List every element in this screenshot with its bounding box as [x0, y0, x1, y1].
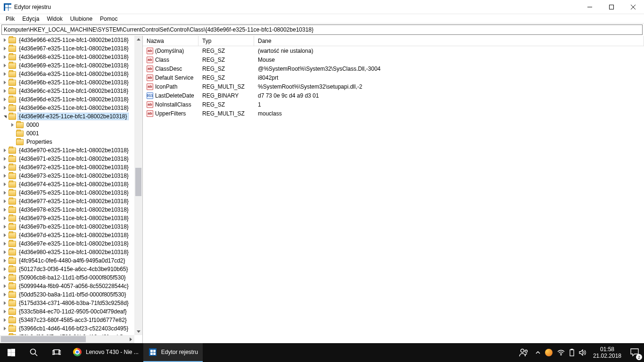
tree-item[interactable]: {4d36e974-e325-11ce-bfc1-08002be10318} [0, 180, 134, 189]
chevron-right-icon[interactable] [2, 275, 8, 280]
action-center-button[interactable]: 2 [625, 343, 644, 362]
value-row[interactable]: abDefault ServiceREG_SZi8042prt [143, 73, 644, 82]
tree-item[interactable]: 0001 [0, 129, 134, 138]
chevron-right-icon[interactable] [2, 215, 8, 221]
tree-item[interactable]: {4d36e97e-e325-11ce-bfc1-08002be10318} [0, 239, 134, 248]
people-button[interactable] [515, 343, 533, 362]
chevron-right-icon[interactable] [2, 198, 8, 204]
value-row[interactable]: abClassREG_SZMouse [143, 55, 644, 64]
tray-weather-icon[interactable] [545, 349, 553, 356]
chevron-right-icon[interactable] [2, 258, 8, 263]
chevron-right-icon[interactable] [2, 46, 8, 51]
menu-pomoc[interactable]: Pomoc [96, 15, 121, 23]
chevron-right-icon[interactable] [2, 88, 8, 94]
chevron-right-icon[interactable] [2, 326, 8, 331]
chevron-right-icon[interactable] [2, 309, 8, 314]
chevron-right-icon[interactable] [2, 173, 8, 179]
close-button[interactable] [622, 0, 644, 14]
tray-wifi-icon[interactable] [557, 350, 565, 355]
tree-item[interactable]: {4d36e967-e325-11ce-bfc1-08002be10318} [0, 44, 134, 53]
taskbar-clock[interactable]: 01:58 21.02.2018 [589, 346, 625, 359]
menu-ulubione[interactable]: Ulubione [66, 15, 96, 23]
system-tray[interactable] [533, 349, 589, 356]
tree-item[interactable]: {4d36e972-e325-11ce-bfc1-08002be10318} [0, 163, 134, 172]
tree-horizontal-scrollbar[interactable] [0, 335, 134, 343]
chevron-right-icon[interactable] [2, 232, 8, 238]
column-header-name[interactable]: Nazwa [143, 36, 198, 46]
tree-item[interactable]: {4d36e969-e325-11ce-bfc1-08002be10318} [0, 61, 134, 70]
column-header-type[interactable]: Typ [198, 36, 254, 46]
tree-item[interactable]: {4d36e973-e325-11ce-bfc1-08002be10318} [0, 172, 134, 180]
tree-item[interactable]: {53487c23-680f-4585-acc3-1f10d6777e82} [0, 316, 134, 324]
tree-item[interactable]: {4d36e96f-e325-11ce-bfc1-08002be10318} [0, 112, 134, 121]
value-row[interactable]: ab(Domyślna)REG_SZ(wartość nie ustalona) [143, 46, 644, 55]
chevron-right-icon[interactable] [2, 207, 8, 213]
value-row[interactable]: abNoInstallClassREG_SZ1 [143, 100, 644, 109]
tree-item[interactable]: {4d36e97b-e325-11ce-bfc1-08002be10318} [0, 222, 134, 231]
tree-item[interactable]: {533c5b84-ec70-11d2-9505-00c04f79deaf} [0, 307, 134, 316]
tray-battery-icon[interactable] [570, 349, 574, 356]
value-row[interactable]: abClassDescREG_SZ@%SystemRoot%\System32\… [143, 64, 644, 73]
column-header-data[interactable]: Dane [254, 36, 644, 46]
tree-item[interactable]: {5175d334-c371-4806-b3ba-71fd53c9258d} [0, 299, 134, 307]
maximize-button[interactable] [601, 0, 622, 14]
search-button[interactable] [23, 343, 45, 362]
chevron-right-icon[interactable] [2, 156, 8, 162]
chevron-right-icon[interactable] [2, 249, 8, 255]
tree-item[interactable]: {4d36e96d-e325-11ce-bfc1-08002be10318} [0, 95, 134, 104]
tree-item[interactable]: {4fc9541c-0fe6-4480-a4f6-9495a0d17cd2} [0, 256, 134, 265]
tree-item[interactable]: {4d36e979-e325-11ce-bfc1-08002be10318} [0, 214, 134, 222]
chevron-right-icon[interactable] [2, 283, 8, 289]
tree-item[interactable]: {4d36e980-e325-11ce-bfc1-08002be10318} [0, 248, 134, 256]
chevron-right-icon[interactable] [2, 190, 8, 196]
tree-item[interactable]: {4d36e97d-e325-11ce-bfc1-08002be10318} [0, 231, 134, 239]
tree-item[interactable]: {50dd5230-ba8a-11d1-bf5d-0000f805f530} [0, 290, 134, 299]
chevron-right-icon[interactable] [2, 148, 8, 153]
tree-item[interactable]: {50127dc3-0f36-415e-a6cc-4cb3be910b65} [0, 265, 134, 273]
tree-item[interactable]: Properties [0, 138, 134, 146]
menu-edycja[interactable]: Edycja [18, 15, 43, 23]
minimize-button[interactable] [579, 0, 601, 14]
chevron-right-icon[interactable] [2, 80, 8, 85]
tree-item[interactable]: {4d36e96c-e325-11ce-bfc1-08002be10318} [0, 87, 134, 95]
chevron-right-icon[interactable] [2, 63, 8, 68]
value-row[interactable]: 011LastDeleteDateREG_BINARYd7 73 0e 9c d… [143, 91, 644, 100]
chevron-right-icon[interactable] [2, 241, 8, 247]
menu-plik[interactable]: Plik [2, 15, 18, 23]
chevron-right-icon[interactable] [2, 165, 8, 170]
tray-volume-icon[interactable] [579, 349, 586, 356]
chevron-right-icon[interactable] [2, 97, 8, 102]
address-bar[interactable]: Komputer\HKEY_LOCAL_MACHINE\SYSTEM\Curre… [1, 25, 643, 35]
chevron-right-icon[interactable] [2, 71, 8, 77]
chevron-right-icon[interactable] [2, 224, 8, 230]
taskbar-task[interactable]: Edytor rejestru [143, 343, 203, 362]
chevron-right-icon[interactable] [2, 300, 8, 306]
chevron-right-icon[interactable] [9, 122, 15, 128]
chevron-right-icon[interactable] [2, 181, 8, 187]
chevron-right-icon[interactable] [2, 105, 8, 111]
chevron-right-icon[interactable] [2, 266, 8, 272]
tree-item[interactable]: {4d36e975-e325-11ce-bfc1-08002be10318} [0, 189, 134, 197]
tree-item[interactable]: {4d36e966-e325-11ce-bfc1-08002be10318} [0, 36, 134, 44]
tree-item[interactable]: {4d36e977-e325-11ce-bfc1-08002be10318} [0, 197, 134, 206]
tree-vertical-scrollbar[interactable] [134, 36, 142, 335]
chevron-right-icon[interactable] [2, 54, 8, 60]
chevron-right-icon[interactable] [2, 37, 8, 43]
tree-item[interactable]: {4d36e978-e325-11ce-bfc1-08002be10318} [0, 206, 134, 214]
taskbar-task[interactable]: Lenovo T430 - Nie ... [68, 343, 143, 362]
tree-item[interactable]: {5099944a-f6b9-4057-a056-8c550228544c} [0, 282, 134, 290]
value-row[interactable]: abIconPathREG_MULTI_SZ%SystemRoot%\Syste… [143, 82, 644, 91]
menu-widok[interactable]: Widok [43, 15, 66, 23]
chevron-right-icon[interactable] [2, 292, 8, 297]
tree-item[interactable]: {53966cb1-4d46-4166-bf23-c522403cd495} [0, 324, 134, 333]
task-view-button[interactable] [45, 343, 68, 362]
tree-item[interactable]: {4d36e96e-e325-11ce-bfc1-08002be10318} [0, 104, 134, 112]
tree-item[interactable]: {50906cb8-ba12-11d1-bf5d-0000f805f530} [0, 273, 134, 282]
tree-item[interactable]: {4d36e96b-e325-11ce-bfc1-08002be10318} [0, 78, 134, 87]
chevron-right-icon[interactable] [2, 317, 8, 323]
tree-item[interactable]: {4d36e968-e325-11ce-bfc1-08002be10318} [0, 53, 134, 61]
tree-item[interactable]: {4d36e96a-e325-11ce-bfc1-08002be10318} [0, 70, 134, 78]
start-button[interactable] [0, 343, 23, 362]
tray-chevron-icon[interactable] [536, 350, 540, 355]
tree-item[interactable]: {4d36e971-e325-11ce-bfc1-08002be10318} [0, 155, 134, 163]
